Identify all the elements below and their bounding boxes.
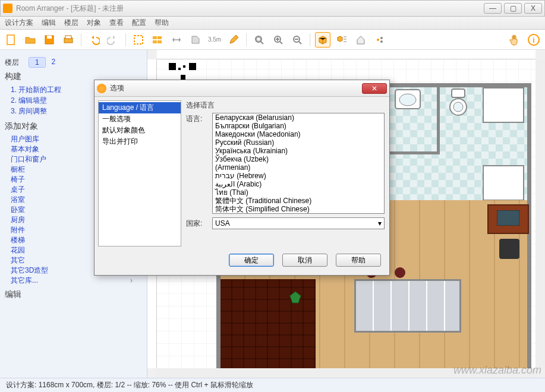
language-option[interactable]: Русский (Russian) bbox=[213, 138, 384, 147]
menu-edit[interactable]: 编辑 bbox=[42, 18, 56, 28]
toolbar: 3.5m i bbox=[0, 30, 545, 50]
country-value: USA bbox=[215, 219, 230, 227]
ruler-horizontal bbox=[157, 50, 535, 59]
language-option[interactable]: (Armenian) bbox=[213, 163, 384, 172]
toilet-fixture[interactable] bbox=[448, 88, 468, 116]
svg-point-14 bbox=[377, 39, 379, 41]
language-option[interactable]: עברית (Hebrew) bbox=[213, 172, 384, 180]
walls-button[interactable] bbox=[131, 32, 146, 48]
language-option[interactable]: العربية (Arabic) bbox=[213, 180, 384, 188]
svg-rect-11 bbox=[257, 37, 260, 41]
svg-point-15 bbox=[380, 37, 383, 39]
monitor[interactable] bbox=[497, 210, 519, 226]
floor-tab-2[interactable]: 2 bbox=[46, 57, 62, 68]
kitchen-island[interactable] bbox=[354, 279, 461, 333]
bricks-button[interactable] bbox=[150, 32, 165, 48]
menu-help[interactable]: 帮助 bbox=[155, 18, 169, 28]
svg-text:i: i bbox=[533, 36, 534, 45]
office-chair[interactable] bbox=[499, 239, 519, 259]
new-button[interactable] bbox=[4, 32, 19, 48]
app-icon bbox=[3, 4, 12, 13]
menu-config[interactable]: 配置 bbox=[132, 18, 146, 28]
stool-2[interactable] bbox=[395, 267, 405, 278]
cat-language[interactable]: Language / 语言 bbox=[99, 102, 181, 113]
svg-point-16 bbox=[380, 40, 383, 43]
redo-button[interactable] bbox=[105, 32, 121, 48]
cat-general[interactable]: 一般选项 bbox=[99, 113, 181, 125]
sink-fixture[interactable] bbox=[395, 89, 421, 109]
ok-button[interactable]: 确定 bbox=[229, 254, 274, 267]
zoom-fit-button[interactable] bbox=[251, 32, 267, 48]
menu-object[interactable]: 对象 bbox=[87, 18, 101, 28]
language-option[interactable]: Македонски (Macedonian) bbox=[213, 130, 384, 138]
country-select[interactable]: USA ▾ bbox=[212, 217, 385, 229]
language-listbox[interactable]: Ελληνικά (Greek)Беларуская (Belarusian)Б… bbox=[212, 113, 385, 214]
dialog-title: 选项 bbox=[110, 83, 362, 93]
print-button[interactable] bbox=[61, 32, 76, 48]
menu-design[interactable]: 设计方案 bbox=[5, 18, 33, 28]
svg-rect-6 bbox=[153, 36, 157, 39]
svg-rect-0 bbox=[7, 35, 14, 45]
zoom-in-button[interactable] bbox=[270, 32, 286, 48]
help-button[interactable]: 帮助 bbox=[336, 254, 381, 267]
label-button[interactable] bbox=[188, 32, 203, 48]
svg-rect-4 bbox=[65, 36, 71, 39]
close-button[interactable]: X bbox=[524, 3, 542, 14]
language-option[interactable]: ไทย (Thai) bbox=[213, 188, 384, 197]
toolbar-sep bbox=[246, 33, 247, 46]
zoom-out-button[interactable] bbox=[289, 32, 305, 48]
scrollbar-vertical[interactable] bbox=[535, 59, 545, 368]
floor-label: 楼层 bbox=[5, 58, 19, 67]
hand-button[interactable] bbox=[507, 32, 522, 48]
language-option[interactable]: 简体中文 (Simplified Chinese) bbox=[213, 205, 384, 213]
house-button[interactable] bbox=[353, 32, 368, 48]
scrollbar-horizontal[interactable] bbox=[157, 368, 535, 378]
svg-marker-25 bbox=[290, 292, 301, 303]
dialog-category-list[interactable]: Language / 语言 一般选项 默认对象颜色 导出并打印 bbox=[98, 100, 181, 246]
chevron-right-icon: › bbox=[130, 276, 133, 286]
svg-rect-7 bbox=[157, 36, 162, 39]
language-option[interactable]: 繁體中文 (Traditional Chinese) bbox=[213, 197, 384, 205]
svg-rect-9 bbox=[157, 40, 162, 43]
dimension-button[interactable] bbox=[169, 32, 184, 48]
language-option[interactable]: Български (Bulgarian) bbox=[213, 122, 384, 130]
options-dialog: 选项 ✕ Language / 语言 一般选项 默认对象颜色 导出并打印 选择语… bbox=[94, 80, 390, 276]
statusbar: 设计方案: 1168cm x 700cm, 楼层: 1/2 -- 缩放: 76%… bbox=[0, 378, 545, 392]
language-option[interactable]: Беларуская (Belarusian) bbox=[213, 113, 384, 122]
measure-button[interactable]: 3.5m bbox=[207, 32, 222, 48]
bed-2[interactable] bbox=[483, 165, 524, 201]
menu-floor[interactable]: 楼层 bbox=[64, 18, 78, 28]
window-titlebar: Room Arranger - [无标题] - 未注册 — ▢ X bbox=[0, 0, 545, 17]
chevron-down-icon: ▾ bbox=[378, 219, 382, 227]
svg-point-20 bbox=[399, 94, 416, 106]
floor-tab-1[interactable]: 1 bbox=[29, 57, 46, 68]
svg-rect-24 bbox=[497, 210, 519, 226]
language-option[interactable]: Ўзбекча (Uzbek) bbox=[213, 155, 384, 163]
menubar: 设计方案 编辑 楼层 对象 查看 配置 帮助 bbox=[0, 17, 545, 30]
cat-export[interactable]: 导出并打印 bbox=[99, 136, 181, 147]
maximize-button[interactable]: ▢ bbox=[504, 3, 522, 14]
dialog-titlebar[interactable]: 选项 ✕ bbox=[94, 80, 389, 97]
open-button[interactable] bbox=[23, 32, 38, 48]
pencil-button[interactable] bbox=[226, 32, 241, 48]
view3d-button[interactable] bbox=[315, 32, 330, 48]
sidebar-object-item[interactable]: 其它库...› bbox=[11, 276, 142, 286]
info-button[interactable]: i bbox=[526, 32, 541, 48]
effects-button[interactable] bbox=[372, 32, 388, 48]
toolbar-sep bbox=[125, 33, 126, 46]
menu-view[interactable]: 查看 bbox=[109, 18, 124, 28]
cat-colors[interactable]: 默认对象颜色 bbox=[99, 125, 181, 136]
minimize-button[interactable]: — bbox=[484, 3, 502, 14]
plant[interactable] bbox=[289, 291, 302, 304]
select-language-label: 选择语言 bbox=[186, 100, 385, 110]
language-option[interactable]: Українська (Ukrainian) bbox=[213, 147, 384, 155]
bed-1[interactable] bbox=[483, 87, 524, 123]
language-label: 语言: bbox=[186, 113, 212, 124]
box-list-button[interactable] bbox=[334, 32, 349, 48]
toolbar-sep bbox=[310, 33, 310, 46]
undo-button[interactable] bbox=[86, 32, 102, 48]
status-text: 设计方案: 1168cm x 700cm, 楼层: 1/2 -- 缩放: 76%… bbox=[6, 380, 253, 390]
cancel-button[interactable]: 取消 bbox=[282, 254, 327, 267]
dialog-close-button[interactable]: ✕ bbox=[362, 83, 387, 94]
save-button[interactable] bbox=[42, 32, 57, 48]
